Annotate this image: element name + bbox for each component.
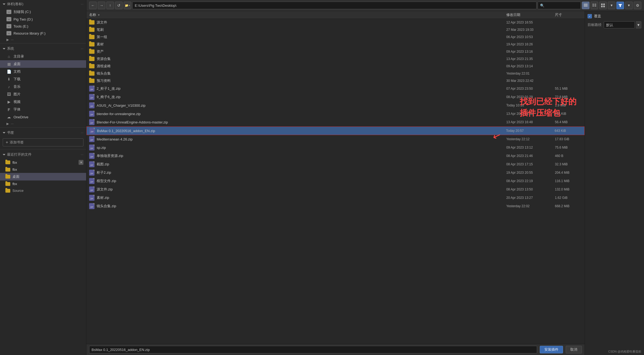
table-row[interactable]: ZIP 镜头合集.zip Yesterday 22:02 668.2 MiB: [86, 202, 585, 210]
table-row[interactable]: 预习资料 30 Mar 2023 22:42: [86, 77, 585, 85]
column-date[interactable]: 修改日期: [506, 12, 555, 17]
file-size: 55.1 MiB: [555, 87, 582, 91]
table-row[interactable]: ZIP 模型文件.zip 08 Apr 2023 22:19 116.1 MiB: [86, 177, 585, 185]
table-row[interactable]: 资源合集 13 Apr 2023 21:35: [86, 55, 585, 63]
file-size: 668.2 MiB: [555, 204, 582, 208]
downloads-label: 下载: [14, 77, 21, 82]
folder-icon: [5, 160, 10, 164]
file-size: 1.9 MiB: [555, 103, 582, 107]
column-size[interactable]: 尺寸: [555, 12, 582, 17]
settings-button[interactable]: ⚙: [634, 2, 641, 9]
sidebar-item-documents[interactable]: 📄 文档: [0, 68, 86, 75]
target-path-select[interactable]: 默认: [604, 21, 635, 28]
zip-icon: ZIP: [89, 186, 95, 192]
sidebar-item-c-drive[interactable]: 别碰我 (C:): [0, 8, 86, 16]
add-bookmark-button[interactable]: + 添加书签: [3, 138, 83, 146]
column-name-label: 名称: [89, 12, 96, 17]
file-date: 06 Apr 2023 10:53: [506, 35, 555, 39]
video-icon: ▶: [6, 99, 11, 104]
sidebar-item-downloads[interactable]: ⬇ 下载: [0, 75, 86, 83]
file-size: 72.8 MiB: [555, 95, 582, 99]
sidebar-item-home[interactable]: ⌂ 主目录: [0, 53, 86, 60]
recent-item-fbx-2[interactable]: fbx: [0, 166, 86, 173]
table-row[interactable]: 笔刷 27 Mar 2023 19:33: [86, 26, 585, 34]
recent-item-source[interactable]: Source: [0, 187, 86, 194]
up-button[interactable]: ↑: [106, 2, 114, 9]
view-list-compact-button[interactable]: [591, 2, 598, 9]
system-section-header[interactable]: 系统 ···: [0, 45, 86, 53]
install-addon-button[interactable]: 安装插件: [540, 346, 563, 353]
desktop-label: 桌面: [14, 62, 21, 66]
sidebar-item-e-drive[interactable]: Tools (E:): [0, 23, 86, 30]
sidebar-item-fonts[interactable]: F 字体: [0, 106, 86, 113]
table-row[interactable]: ZIP Blender-For-UnrealEngine-Addons-mast…: [86, 118, 585, 126]
view-grid-button[interactable]: [599, 2, 607, 9]
zip-icon: ZIP: [89, 153, 95, 159]
sidebar-item-f-drive[interactable]: Resource library (F:): [0, 30, 86, 37]
recent-close-button[interactable]: ✕: [79, 160, 83, 165]
table-row[interactable]: ZIP 素材.zip 20 Apr 2023 13:27 1.62 GiB: [86, 194, 585, 202]
table-row[interactable]: ZIP BsMax 0.1_20220516_addon_EN.zip Toda…: [86, 126, 585, 135]
home-label: 主目录: [14, 54, 24, 59]
table-row[interactable]: 第一组 06 Apr 2023 10:53: [86, 34, 585, 41]
file-size: 1.62 GiB: [555, 196, 582, 200]
view-list-detail-button[interactable]: [582, 2, 589, 9]
back-button[interactable]: ←: [89, 2, 97, 9]
sidebar-item-onedrive[interactable]: ☁ OneDrive: [0, 113, 86, 121]
folder-icon: [5, 175, 10, 179]
table-row[interactable]: 素材 19 Apr 2023 16:26: [86, 41, 585, 48]
volumes-section-header[interactable]: 体积(卷标) ···: [0, 0, 86, 8]
new-folder-button[interactable]: 📁+: [124, 2, 131, 9]
system-more[interactable]: ▶ ···: [0, 121, 86, 126]
cover-checkbox[interactable]: ✓: [588, 14, 592, 18]
sidebar-item-d-drive[interactable]: Pig Two (D:): [0, 16, 86, 23]
table-row[interactable]: ZIP 源文件.zip 08 Apr 2023 13:50 132.0 MiB: [86, 185, 585, 194]
table-row[interactable]: ZIP ASUS_Ai_Charger_V10300.zip Today 10:…: [86, 101, 585, 110]
file-size: 132.0 MiB: [555, 187, 582, 191]
sidebar-item-music[interactable]: ♪ 音乐: [0, 83, 86, 91]
filter-button[interactable]: [616, 2, 624, 9]
file-list-header: 名称 ▼ 修改日期 尺寸: [86, 11, 585, 19]
file-name: 素材: [97, 42, 104, 47]
volumes-more[interactable]: ▶ ···: [0, 37, 86, 42]
address-bar[interactable]: [132, 2, 537, 9]
sidebar-item-desktop[interactable]: ▦ 桌面: [0, 60, 86, 68]
file-name: 资产: [97, 49, 104, 54]
column-name[interactable]: 名称 ▼: [89, 12, 506, 17]
table-row[interactable]: ZIP Mediterranean 4.26.zip Yesterday 22:…: [86, 135, 585, 143]
table-row[interactable]: ZIP 2_柜子1_改.zip 07 Apr 2023 23:50 55.1 M…: [86, 85, 585, 93]
filter-dropdown-button[interactable]: ▼: [625, 2, 633, 9]
bookmarks-section-dots[interactable]: ···: [81, 131, 83, 135]
search-input[interactable]: [538, 2, 581, 9]
volumes-section-dots[interactable]: ···: [81, 2, 83, 6]
table-row[interactable]: ZIP 9_椅子6_改.zip 08 Apr 2023 01:29 72.8 M…: [86, 93, 585, 101]
zip-icon: ZIP: [89, 170, 95, 176]
forward-button[interactable]: →: [98, 2, 105, 9]
recent-item-fbx-3[interactable]: fbx: [0, 180, 86, 187]
view-dropdown-button[interactable]: ▼: [608, 2, 615, 9]
recent-section-header[interactable]: 最近打开的文件 ···: [0, 150, 86, 159]
table-row[interactable]: 镜头合集 Yesterday 22:01: [86, 70, 585, 77]
system-section-dots[interactable]: ···: [81, 47, 83, 51]
table-row[interactable]: 源文件 12 Apr 2023 16:55: [86, 19, 585, 26]
table-row[interactable]: ZIP blender-for-unrealengine.zip 13 Apr …: [86, 110, 585, 118]
recent-item-desktop[interactable]: 桌面: [0, 173, 86, 180]
target-path-row: 目标路径 默认 ▼: [588, 21, 641, 28]
sidebar-item-images[interactable]: 🖼 图片: [0, 91, 86, 98]
table-row[interactable]: ZIP 单独场景资源.zip 08 Apr 2023 21:46 460 B: [86, 152, 585, 160]
filename-input[interactable]: [89, 346, 537, 353]
bookmarks-section-header[interactable]: 书签 ···: [0, 129, 86, 137]
table-row[interactable]: 酒馆桌椅 09 Apr 2023 13:14: [86, 63, 585, 70]
cancel-button[interactable]: 取消: [566, 346, 582, 353]
recent-item-fbx-1[interactable]: fbx ✕: [0, 159, 86, 166]
recent-section-dots[interactable]: ···: [81, 153, 83, 156]
sidebar-item-videos[interactable]: ▶ 视频: [0, 98, 86, 106]
bookmarks-section-label: 书签: [7, 130, 14, 135]
table-row[interactable]: ZIP sp.zip 09 Apr 2023 13:12 75.6 MiB: [86, 143, 585, 152]
table-row[interactable]: ZIP 柜子2.zip 19 Apr 2023 20:55 204.4 MiB: [86, 169, 585, 177]
select-arrow-icon[interactable]: ▼: [636, 21, 641, 28]
table-row[interactable]: ZIP 截图.zip 08 Apr 2023 17:15 32.3 MiB: [86, 160, 585, 169]
refresh-button[interactable]: ↺: [115, 2, 123, 9]
table-row[interactable]: 资产 09 Apr 2023 13:16: [86, 48, 585, 55]
folder-icon: [89, 79, 95, 83]
